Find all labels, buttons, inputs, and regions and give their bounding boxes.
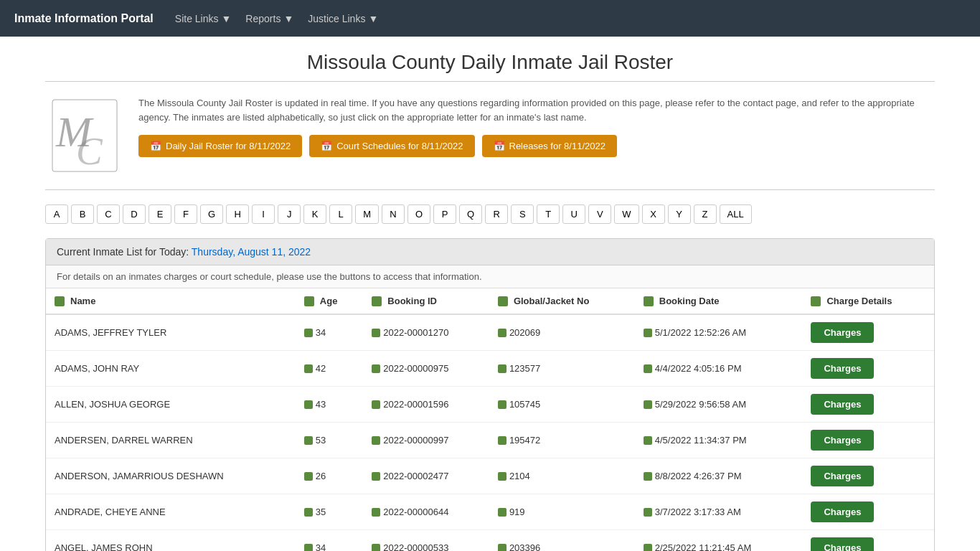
calendar-icon-1: 📅	[150, 141, 161, 151]
alpha-btn-p[interactable]: P	[433, 204, 456, 224]
cell-icon	[372, 472, 380, 481]
charges-button-0[interactable]: Charges	[811, 322, 874, 343]
cell-icon	[304, 472, 313, 481]
inmate-list-date: Thursday, August 11, 2022	[192, 246, 311, 258]
cell-icon	[644, 544, 652, 552]
alpha-btn-y[interactable]: Y	[668, 204, 691, 224]
cell-icon	[644, 508, 652, 517]
svg-text:C: C	[76, 129, 103, 173]
alpha-btn-u[interactable]: U	[562, 204, 585, 224]
cell-icon	[644, 436, 652, 445]
inmate-list-note: For details on an inmates charges or cou…	[46, 265, 934, 288]
cell-icon	[644, 364, 652, 373]
county-logo: M C	[49, 96, 121, 175]
nav-justice-links[interactable]: Justice Links ▼	[308, 13, 378, 24]
cell-icon	[498, 364, 507, 373]
table-row: ADAMS, JEFFREY TYLER342022-0000127020206…	[46, 314, 934, 351]
daily-roster-button[interactable]: 📅 Daily Jail Roster for 8/11/2022	[138, 135, 302, 157]
th-charge-details: Charge Details	[802, 288, 934, 314]
cell-icon	[498, 544, 507, 552]
cell-icon	[498, 400, 507, 409]
cell-icon	[372, 364, 380, 373]
cell-icon	[644, 400, 652, 409]
alpha-btn-all[interactable]: ALL	[720, 204, 752, 224]
alpha-btn-f[interactable]: F	[174, 204, 197, 224]
charges-button-4[interactable]: Charges	[811, 466, 874, 486]
cell-icon	[304, 436, 313, 445]
alpha-btn-t[interactable]: T	[537, 204, 560, 224]
alpha-btn-m[interactable]: M	[355, 204, 379, 224]
alpha-btn-v[interactable]: V	[588, 204, 611, 224]
nav-site-links[interactable]: Site Links ▼	[175, 13, 232, 24]
cell-icon	[372, 436, 380, 445]
alpha-btn-h[interactable]: H	[226, 204, 249, 224]
cell-icon	[304, 400, 313, 409]
charges-button-2[interactable]: Charges	[811, 394, 874, 415]
info-text-section: The Missoula County Jail Roster is updat…	[138, 96, 935, 157]
alpha-btn-q[interactable]: Q	[459, 204, 482, 224]
page-content: Missoula County Daily Inmate Jail Roster…	[31, 37, 949, 551]
inmate-table: Name Age Booking ID	[46, 288, 934, 551]
th-charge-icon	[811, 296, 821, 306]
alpha-btn-g[interactable]: G	[200, 204, 223, 224]
action-buttons: 📅 Daily Jail Roster for 8/11/2022 📅 Cour…	[138, 135, 935, 157]
section-divider	[45, 189, 935, 190]
th-bookingid-icon	[372, 296, 382, 306]
th-booking-id: Booking ID	[363, 288, 489, 314]
alpha-btn-n[interactable]: N	[382, 204, 405, 224]
table-row: ANGEL, JAMES ROHN342022-000005332033962/…	[46, 530, 934, 552]
alpha-btn-d[interactable]: D	[123, 204, 146, 224]
cell-icon	[372, 544, 380, 552]
charges-button-3[interactable]: Charges	[811, 430, 874, 451]
calendar-icon-2: 📅	[321, 141, 332, 151]
inmate-list-header: Current Inmate List for Today: Thursday,…	[46, 239, 934, 265]
table-row: ALLEN, JOSHUA GEORGE432022-0000159610574…	[46, 387, 934, 423]
cell-icon	[372, 400, 380, 409]
page-title: Missoula County Daily Inmate Jail Roster	[45, 51, 935, 74]
th-booking-date: Booking Date	[635, 288, 803, 314]
navbar: Inmate Information Portal Site Links ▼ R…	[0, 0, 980, 37]
cell-icon	[498, 508, 507, 517]
navbar-brand[interactable]: Inmate Information Portal	[14, 12, 154, 25]
table-header: Name Age Booking ID	[46, 288, 934, 314]
cell-icon	[304, 508, 313, 517]
alpha-btn-b[interactable]: B	[71, 204, 94, 224]
cell-icon	[304, 544, 313, 552]
cell-icon	[498, 329, 507, 337]
alpha-btn-r[interactable]: R	[485, 204, 508, 224]
info-description: The Missoula County Jail Roster is updat…	[138, 96, 935, 124]
alpha-btn-k[interactable]: K	[303, 204, 326, 224]
cell-icon	[372, 508, 380, 517]
cell-icon	[498, 472, 507, 481]
alpha-btn-e[interactable]: E	[149, 204, 171, 224]
alpha-btn-w[interactable]: W	[614, 204, 639, 224]
cell-icon	[372, 329, 380, 337]
alpha-btn-j[interactable]: J	[278, 204, 301, 224]
alpha-btn-z[interactable]: Z	[694, 204, 717, 224]
calendar-icon-3: 📅	[494, 141, 505, 151]
alpha-btn-x[interactable]: X	[642, 204, 665, 224]
th-global-jacket: Global/Jacket No	[489, 288, 635, 314]
alpha-btn-o[interactable]: O	[407, 204, 430, 224]
logo-container: M C	[45, 96, 124, 175]
alpha-btn-i[interactable]: I	[252, 204, 275, 224]
cell-icon	[644, 472, 652, 481]
charges-button-5[interactable]: Charges	[811, 501, 874, 522]
th-bookingdate-icon	[644, 296, 654, 306]
cell-icon	[498, 436, 507, 445]
th-global-icon	[498, 296, 508, 306]
charges-button-1[interactable]: Charges	[811, 358, 874, 379]
releases-button[interactable]: 📅 Releases for 8/11/2022	[482, 135, 617, 157]
title-divider	[45, 81, 935, 82]
alpha-btn-c[interactable]: C	[97, 204, 120, 224]
charges-button-6[interactable]: Charges	[811, 537, 874, 551]
court-schedules-button[interactable]: 📅 Court Schedules for 8/11/2022	[309, 135, 474, 157]
th-name: Name	[46, 288, 296, 314]
th-name-icon	[55, 296, 65, 306]
alpha-btn-l[interactable]: L	[329, 204, 352, 224]
table-row: ADAMS, JOHN RAY422022-000009751235774/4/…	[46, 351, 934, 387]
alpha-btn-s[interactable]: S	[511, 204, 534, 224]
alpha-btn-a[interactable]: A	[45, 204, 68, 224]
table-row: ANDERSON, JAMARRIOUS DESHAWN262022-00002…	[46, 458, 934, 494]
nav-reports[interactable]: Reports ▼	[245, 13, 293, 24]
